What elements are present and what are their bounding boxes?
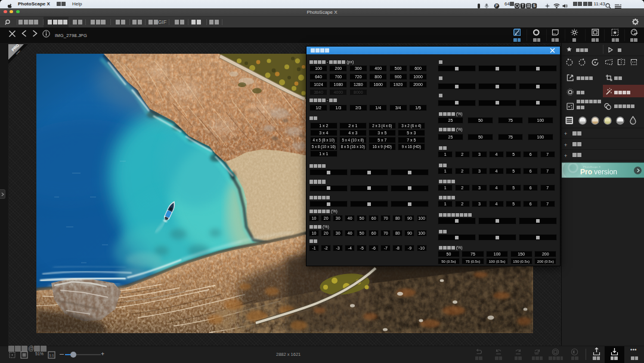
svg-text:P: P	[496, 4, 499, 8]
svg-text:1:1: 1:1	[49, 353, 54, 357]
svg-text:S: S	[533, 4, 536, 8]
